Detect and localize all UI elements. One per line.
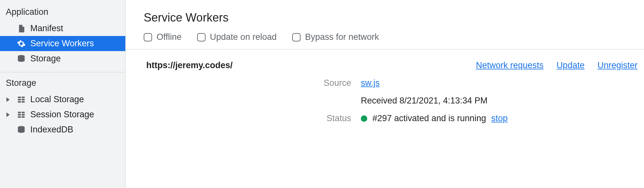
- received-value: Received 8/21/2021, 4:13:34 PM: [361, 96, 644, 106]
- sw-actions: Network requests Update Unregister: [476, 60, 638, 70]
- section-divider: [0, 72, 125, 72]
- svg-rect-7: [18, 112, 21, 113]
- panel-title: Service Workers: [126, 0, 644, 30]
- checkbox-icon[interactable]: [144, 33, 152, 41]
- sw-header: https://jeremy.codes/ Network requests U…: [126, 60, 644, 78]
- svg-rect-3: [18, 99, 21, 100]
- source-label: Source: [248, 78, 351, 88]
- sidebar-item-label: Session Storage: [30, 110, 94, 120]
- sw-origin: https://jeremy.codes/: [146, 60, 233, 70]
- svg-rect-5: [18, 101, 21, 103]
- source-file-link[interactable]: sw.js: [361, 78, 380, 88]
- svg-rect-2: [22, 96, 24, 98]
- unregister-link[interactable]: Unregister: [597, 60, 638, 70]
- file-icon: [17, 24, 26, 33]
- svg-rect-1: [18, 96, 21, 98]
- section-header-storage: Storage: [0, 75, 125, 92]
- sidebar-item-session-storage[interactable]: Session Storage: [0, 107, 125, 122]
- update-link[interactable]: Update: [556, 60, 584, 70]
- sidebar-item-indexeddb[interactable]: IndexedDB: [0, 122, 125, 137]
- sidebar-item-label: Service Workers: [30, 39, 94, 49]
- chevron-right-icon: [6, 97, 10, 102]
- svg-rect-4: [22, 99, 24, 100]
- option-label: Bypass for network: [305, 32, 379, 42]
- status-label: Status: [248, 113, 351, 123]
- gear-icon: [17, 39, 26, 48]
- sidebar-item-label: Manifest: [30, 23, 63, 33]
- database-icon: [17, 125, 26, 134]
- option-update-on-reload[interactable]: Update on reload: [197, 32, 277, 42]
- section-header-application: Application: [0, 4, 125, 21]
- sidebar: Application Manifest Service Workers Sto…: [0, 0, 126, 188]
- network-requests-link[interactable]: Network requests: [476, 60, 543, 70]
- sidebar-item-service-workers[interactable]: Service Workers: [0, 36, 125, 51]
- svg-rect-9: [18, 114, 21, 115]
- status-value: #297 activated and is running stop: [361, 113, 644, 123]
- sidebar-item-manifest[interactable]: Manifest: [0, 21, 125, 36]
- svg-rect-8: [22, 112, 24, 113]
- option-label: Offline: [157, 32, 182, 42]
- grid-icon: [17, 110, 26, 119]
- status-text: #297 activated and is running: [372, 113, 486, 123]
- received-spacer: [248, 96, 351, 106]
- sidebar-item-local-storage[interactable]: Local Storage: [0, 92, 125, 107]
- grid-icon: [17, 95, 26, 104]
- sw-detail-grid: Source sw.js Received 8/21/2021, 4:13:34…: [126, 78, 644, 123]
- option-offline[interactable]: Offline: [144, 32, 182, 42]
- svg-rect-11: [18, 116, 21, 118]
- service-worker-block: https://jeremy.codes/ Network requests U…: [126, 49, 644, 123]
- sidebar-item-label: IndexedDB: [30, 125, 73, 135]
- sidebar-item-storage[interactable]: Storage: [0, 51, 125, 66]
- option-bypass-for-network[interactable]: Bypass for network: [292, 32, 379, 42]
- database-icon: [17, 54, 26, 63]
- svg-rect-10: [22, 114, 24, 115]
- stop-link[interactable]: stop: [491, 113, 508, 123]
- main-panel: Service Workers Offline Update on reload…: [126, 0, 644, 188]
- checkbox-icon[interactable]: [292, 33, 301, 41]
- checkbox-icon[interactable]: [197, 33, 206, 41]
- sidebar-item-label: Storage: [30, 54, 61, 64]
- svg-rect-12: [22, 116, 24, 118]
- options-row: Offline Update on reload Bypass for netw…: [126, 30, 644, 49]
- chevron-right-icon: [6, 112, 10, 117]
- status-indicator-icon: [361, 115, 367, 122]
- option-label: Update on reload: [210, 32, 277, 42]
- svg-rect-6: [22, 101, 24, 103]
- source-value: sw.js: [361, 78, 644, 88]
- sidebar-item-label: Local Storage: [30, 94, 84, 104]
